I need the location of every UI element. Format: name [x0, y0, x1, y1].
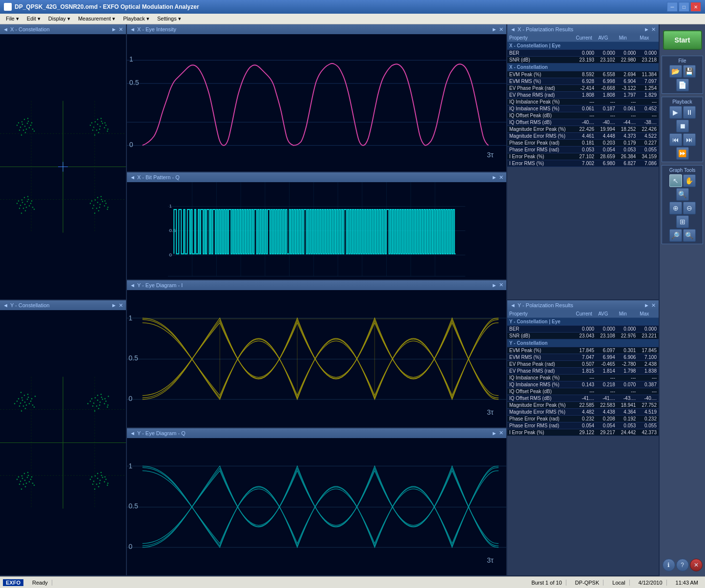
x-bit-pattern-arrow-left[interactable]: ◄ [130, 174, 135, 180]
menu-measurement[interactable]: Measurement ▾ [74, 15, 119, 23]
help-button[interactable]: ? [676, 559, 689, 571]
y-constellation-arrow-right[interactable]: ► [111, 302, 117, 308]
y-eye-i-close[interactable]: ✕ [499, 282, 503, 288]
magnify-button[interactable]: 🔎 [669, 229, 682, 242]
graph-tool-row1: ↖ ✋ 🔍 [664, 174, 701, 201]
x-polar-close[interactable]: ✕ [651, 26, 656, 33]
cursor-tool-button[interactable]: ↖ [669, 174, 682, 187]
svg-point-49 [22, 202, 23, 203]
cell-property: EVM RMS (%) [507, 78, 574, 85]
cell-current: 22.585 [574, 402, 596, 409]
cell-current: -2.414 [574, 85, 596, 92]
x-eye-intensity-arrow-right[interactable]: ► [492, 26, 497, 32]
right-data-area: ◄ X - Polarization Results ► ✕ Property … [507, 24, 659, 576]
svg-point-105 [20, 402, 21, 404]
menu-settings[interactable]: Settings ▾ [153, 15, 185, 23]
y-polar-arrow-left[interactable]: ◄ [510, 302, 516, 308]
pause-button[interactable]: ⏸ [683, 106, 696, 119]
y-constellation-close[interactable]: ✕ [119, 302, 123, 309]
minimize-button[interactable]: ─ [667, 2, 678, 12]
menu-edit[interactable]: Edit ▾ [23, 15, 44, 23]
x-eye-intensity-close[interactable]: ✕ [499, 26, 503, 33]
table-row: IQ Offset Peak (dB) --- --- --- --- [507, 112, 659, 119]
svg-point-117 [18, 398, 20, 399]
svg-point-36 [101, 121, 102, 122]
y-polar-scroll[interactable]: Property Current AVG Min Max Y - Constel… [507, 310, 659, 575]
pan-tool-button[interactable]: ✋ [683, 174, 696, 187]
svg-point-34 [99, 128, 100, 129]
menu-file[interactable]: File ▾ [2, 15, 23, 23]
cell-min: --- [617, 388, 638, 395]
y-eye-q-arrow-left[interactable]: ◄ [130, 430, 135, 436]
cell-max: 0.452 [638, 105, 659, 112]
y-eye-q-arrow-right[interactable]: ► [492, 430, 497, 436]
svg-point-172 [95, 475, 96, 477]
x-bit-pattern-title: X - Bit Pattern - Q [137, 174, 490, 180]
x-polar-arrow-right[interactable]: ► [644, 26, 649, 32]
start-button[interactable]: Start [663, 30, 702, 50]
center-column: ◄ X - Eye Intensity ► ✕ 1 0.5 [127, 24, 507, 576]
zoom-in-button[interactable]: ⊕ [669, 202, 682, 214]
svg-point-160 [21, 488, 22, 490]
svg-point-162 [18, 476, 20, 478]
cell-property: EV Phase RMS (rad) [507, 92, 574, 99]
svg-point-180 [94, 488, 96, 490]
svg-point-125 [104, 403, 105, 404]
cell-max: -38.... [638, 119, 659, 126]
play-button[interactable]: ▶ [669, 106, 682, 119]
y-polar-close[interactable]: ✕ [651, 302, 656, 309]
info-button[interactable]: ℹ [663, 559, 675, 571]
y-polar-arrow-right[interactable]: ► [644, 302, 649, 308]
stop-button[interactable]: ⏹ [676, 120, 689, 132]
y-constellation-arrow-left[interactable]: ◄ [3, 302, 8, 308]
svg-point-24 [31, 122, 32, 123]
section-header: Y - Constellation [507, 339, 659, 347]
maximize-button[interactable]: □ [679, 2, 689, 12]
menu-display[interactable]: Display ▾ [44, 15, 74, 23]
table-row: Phase Error Peak (rad) 0.232 0.208 0.192… [507, 416, 659, 422]
x-bit-pattern-arrow-right[interactable]: ► [492, 174, 497, 180]
file-open-button[interactable]: 📂 [669, 65, 682, 78]
table-row: I Error Peak (%) 27.102 28.659 26.384 34… [507, 153, 659, 160]
x-bit-pattern-close[interactable]: ✕ [499, 174, 503, 181]
svg-point-110 [19, 405, 21, 407]
x-polar-arrow-left[interactable]: ◄ [510, 26, 516, 32]
shrink-button[interactable]: 🔍 [683, 229, 696, 242]
svg-point-77 [95, 199, 96, 200]
rewind-button[interactable]: ⏮ [669, 133, 682, 146]
zoom-tool-button[interactable]: 🔍 [676, 188, 689, 201]
table-row: IQ Imbalance Peak (%) --- --- --- --- [507, 99, 659, 105]
y-eye-i-arrow-left[interactable]: ◄ [130, 282, 135, 288]
x-constellation-close[interactable]: ✕ [119, 26, 123, 33]
menu-playback[interactable]: Playback ▾ [119, 15, 153, 23]
svg-point-79 [98, 210, 99, 211]
cell-max: 4.519 [638, 409, 659, 416]
zoom-out-button[interactable]: ⊖ [683, 202, 696, 214]
svg-point-127 [99, 404, 101, 406]
fast-forward-button[interactable]: ⏭ [683, 133, 696, 146]
emergency-stop-button[interactable]: ✕ [690, 559, 703, 571]
skip-button[interactable]: ⏩ [676, 147, 689, 160]
x-polar-scroll[interactable]: Property Current AVG Min Max X - Constel… [507, 34, 659, 299]
svg-text:0.5: 0.5 [128, 502, 138, 510]
y-eye-i-arrow-right[interactable]: ► [492, 282, 497, 288]
file-export-button[interactable]: 📄 [676, 79, 689, 91]
svg-text:1: 1 [128, 314, 132, 322]
cell-property: BER [507, 50, 574, 57]
file-save-button[interactable]: 💾 [683, 65, 696, 78]
x-constellation-arrow-left[interactable]: ◄ [3, 26, 8, 32]
cell-current: 4.482 [574, 409, 596, 416]
x-constellation-arrow-right[interactable]: ► [111, 26, 117, 32]
y-eye-q-close[interactable]: ✕ [499, 430, 503, 436]
cell-current: --- [574, 99, 596, 105]
x-eye-intensity-arrow-left[interactable]: ◄ [130, 26, 135, 32]
fit-button[interactable]: ⊞ [676, 215, 689, 228]
svg-point-166 [102, 477, 104, 478]
y-eye-i-title: Y - Eye Diagram - I [137, 282, 490, 288]
col-avg-y: AVG [596, 310, 617, 318]
svg-point-163 [34, 484, 35, 486]
svg-point-121 [21, 392, 22, 393]
close-button[interactable]: ✕ [690, 2, 701, 12]
svg-point-29 [97, 124, 98, 125]
svg-point-42 [97, 119, 98, 120]
